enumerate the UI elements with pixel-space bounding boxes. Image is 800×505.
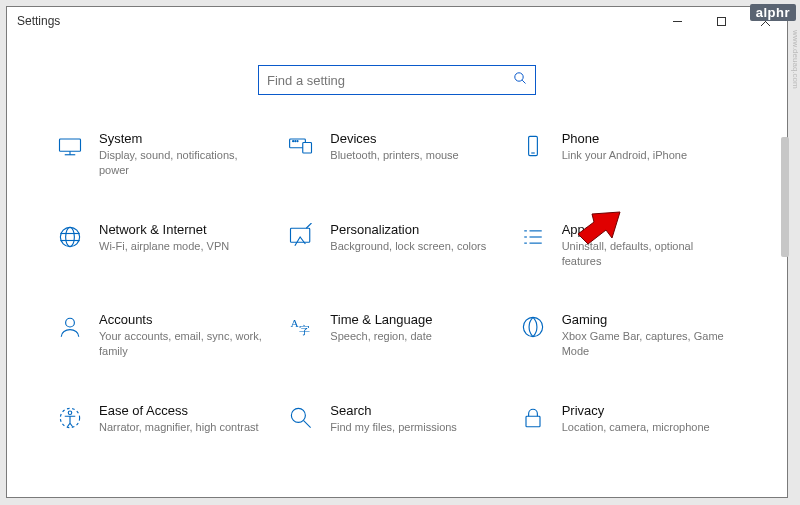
minimize-button[interactable] — [655, 7, 699, 35]
svg-rect-10 — [303, 143, 312, 154]
tile-desc: Uninstall, defaults, optional features — [562, 239, 727, 269]
svg-point-34 — [68, 411, 72, 415]
gaming-icon — [518, 312, 548, 342]
svg-line-5 — [522, 80, 525, 83]
tile-desc: Wi-Fi, airplane mode, VPN — [99, 239, 264, 254]
tile-title: Search — [330, 403, 495, 418]
tile-desc: Background, lock screen, colors — [330, 239, 495, 254]
titlebar: Settings — [7, 7, 787, 35]
svg-line-21 — [307, 223, 312, 228]
svg-text:字: 字 — [300, 324, 311, 336]
svg-point-16 — [60, 227, 79, 246]
svg-rect-37 — [526, 416, 540, 427]
source-watermark: www.deuaq.com — [791, 30, 800, 89]
svg-point-32 — [523, 318, 542, 337]
tile-gaming[interactable]: Gaming Xbox Game Bar, captures, Game Mod… — [518, 312, 739, 359]
tile-network[interactable]: Network & Internet Wi-Fi, airplane mode,… — [55, 222, 276, 269]
tile-accounts[interactable]: Accounts Your accounts, email, sync, wor… — [55, 312, 276, 359]
minimize-icon — [672, 16, 683, 27]
tile-title: Devices — [330, 131, 495, 146]
svg-text:A: A — [291, 317, 300, 329]
window-title: Settings — [17, 14, 60, 28]
tile-apps[interactable]: Apps Uninstall, defaults, optional featu… — [518, 222, 739, 269]
tile-desc: Bluetooth, printers, mouse — [330, 148, 495, 163]
tile-system[interactable]: System Display, sound, notifications, po… — [55, 131, 276, 178]
tile-title: Privacy — [562, 403, 727, 418]
svg-rect-6 — [60, 139, 81, 151]
phone-icon — [518, 131, 548, 161]
settings-grid: System Display, sound, notifications, po… — [47, 131, 747, 435]
globe-icon — [55, 222, 85, 252]
tile-title: Gaming — [562, 312, 727, 327]
svg-line-36 — [304, 421, 311, 428]
tile-title: System — [99, 131, 264, 146]
lock-icon — [518, 403, 548, 433]
svg-point-13 — [297, 141, 298, 142]
person-icon — [55, 312, 85, 342]
tile-privacy[interactable]: Privacy Location, camera, microphone — [518, 403, 739, 435]
svg-point-12 — [295, 141, 296, 142]
tile-desc: Location, camera, microphone — [562, 420, 727, 435]
tile-desc: Xbox Game Bar, captures, Game Mode — [562, 329, 727, 359]
tile-devices[interactable]: Devices Bluetooth, printers, mouse — [286, 131, 507, 178]
svg-point-29 — [66, 319, 75, 328]
tile-desc: Your accounts, email, sync, work, family — [99, 329, 264, 359]
tile-search[interactable]: Search Find my files, permissions — [286, 403, 507, 435]
paintbrush-icon — [286, 222, 316, 252]
search-icon — [513, 71, 527, 89]
magnifier-icon — [286, 403, 316, 433]
search-box[interactable] — [258, 65, 536, 95]
accessibility-icon — [55, 403, 85, 433]
watermark-badge: alphr — [750, 4, 796, 21]
svg-point-17 — [66, 227, 75, 246]
svg-rect-20 — [291, 228, 310, 242]
svg-rect-1 — [717, 17, 725, 25]
svg-point-11 — [293, 141, 294, 142]
devices-icon — [286, 131, 316, 161]
tile-ease-of-access[interactable]: Ease of Access Narrator, magnifier, high… — [55, 403, 276, 435]
svg-point-35 — [292, 408, 306, 422]
tile-title: Time & Language — [330, 312, 495, 327]
content-area: System Display, sound, notifications, po… — [7, 35, 787, 435]
tile-desc: Narrator, magnifier, high contrast — [99, 420, 264, 435]
tile-title: Personalization — [330, 222, 495, 237]
tile-time-language[interactable]: A字 Time & Language Speech, region, date — [286, 312, 507, 359]
search-row — [47, 65, 747, 95]
maximize-icon — [716, 16, 727, 27]
system-icon — [55, 131, 85, 161]
tile-desc: Display, sound, notifications, power — [99, 148, 264, 178]
tile-personalization[interactable]: Personalization Background, lock screen,… — [286, 222, 507, 269]
maximize-button[interactable] — [699, 7, 743, 35]
tile-phone[interactable]: Phone Link your Android, iPhone — [518, 131, 739, 178]
time-language-icon: A字 — [286, 312, 316, 342]
tile-desc: Find my files, permissions — [330, 420, 495, 435]
settings-window: Settings — [6, 6, 788, 498]
tile-title: Apps — [562, 222, 727, 237]
tile-desc: Speech, region, date — [330, 329, 495, 344]
tile-title: Ease of Access — [99, 403, 264, 418]
tile-title: Phone — [562, 131, 727, 146]
apps-list-icon — [518, 222, 548, 252]
tile-title: Network & Internet — [99, 222, 264, 237]
scrollbar-thumb[interactable] — [781, 137, 789, 257]
svg-point-4 — [515, 73, 523, 81]
tile-title: Accounts — [99, 312, 264, 327]
search-input[interactable] — [267, 73, 513, 88]
tile-desc: Link your Android, iPhone — [562, 148, 727, 163]
